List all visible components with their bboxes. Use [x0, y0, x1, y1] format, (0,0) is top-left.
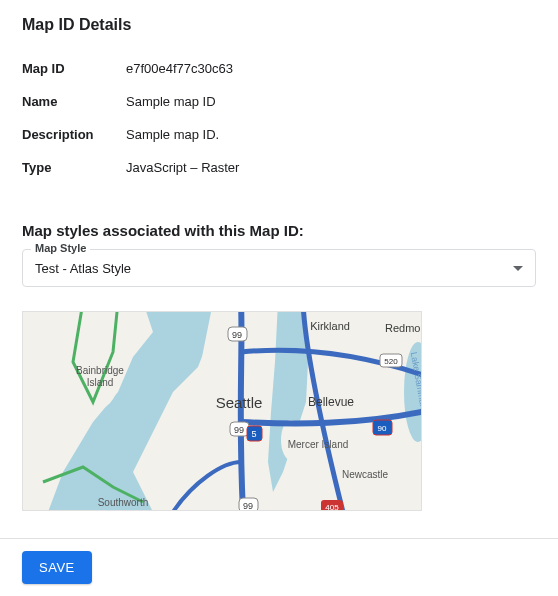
svg-text:405: 405 [325, 503, 339, 511]
styles-heading: Map styles associated with this Map ID: [22, 222, 536, 239]
svg-text:99: 99 [232, 330, 242, 340]
page-title: Map ID Details [22, 16, 536, 34]
chevron-down-icon [513, 266, 523, 271]
map-style-selected-value: Test - Atlas Style [35, 261, 131, 276]
map-label-redmond: Redmond [385, 322, 422, 334]
table-row: Type JavaScript – Raster [22, 151, 536, 184]
map-label-bainbridge2: Island [87, 377, 114, 388]
svg-text:90: 90 [378, 424, 387, 433]
detail-value-name: Sample map ID [126, 85, 536, 118]
map-style-label: Map Style [31, 242, 90, 254]
detail-value-type: JavaScript – Raster [126, 151, 536, 184]
svg-text:99: 99 [243, 501, 253, 511]
table-row: Name Sample map ID [22, 85, 536, 118]
map-style-select[interactable]: Test - Atlas Style [22, 249, 536, 287]
detail-label-mapid: Map ID [22, 52, 126, 85]
detail-value-mapid: e7f00e4f77c30c63 [126, 52, 536, 85]
footer-bar: SAVE [0, 538, 558, 596]
map-label-southworth: Southworth [98, 497, 149, 508]
detail-label-description: Description [22, 118, 126, 151]
svg-text:5: 5 [251, 429, 256, 439]
details-table: Map ID e7f00e4f77c30c63 Name Sample map … [22, 52, 536, 184]
map-label-bellevue: Bellevue [308, 395, 354, 409]
detail-label-name: Name [22, 85, 126, 118]
table-row: Map ID e7f00e4f77c30c63 [22, 52, 536, 85]
map-label-kirkland: Kirkland [310, 320, 350, 332]
table-row: Description Sample map ID. [22, 118, 536, 151]
map-preview: 99 99 5 99 90 520 [22, 311, 422, 511]
map-label-mercer: Mercer Island [288, 439, 349, 450]
map-label-seattle: Seattle [216, 394, 263, 411]
svg-text:99: 99 [234, 425, 244, 435]
detail-label-type: Type [22, 151, 126, 184]
map-label-bainbridge1: Bainbridge [76, 365, 124, 376]
map-label-newcastle: Newcastle [342, 469, 389, 480]
svg-text:520: 520 [384, 357, 398, 366]
detail-value-description: Sample map ID. [126, 118, 536, 151]
save-button[interactable]: SAVE [22, 551, 92, 584]
